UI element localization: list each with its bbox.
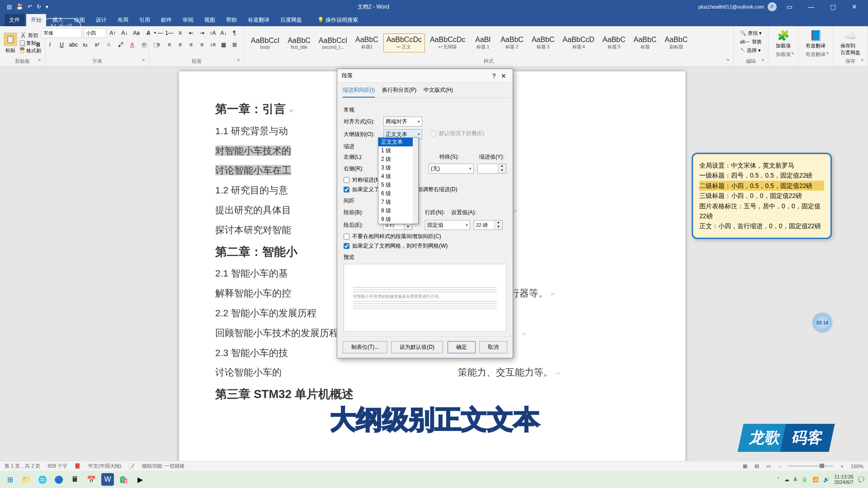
auto-right-indent-checkbox[interactable]: [344, 187, 349, 192]
justify-icon[interactable]: ≡: [186, 40, 196, 50]
mirror-indent-checkbox[interactable]: [344, 177, 349, 183]
status-page[interactable]: 第 1 页，共 2 页: [5, 463, 40, 469]
snap-grid-checkbox[interactable]: [344, 243, 349, 249]
dialog-help-icon[interactable]: ?: [491, 72, 498, 80]
align-right-icon[interactable]: ≡: [175, 40, 185, 50]
status-language[interactable]: 中文(中国大陆): [88, 463, 121, 469]
bold-icon[interactable]: B: [33, 40, 43, 50]
dropdown-option[interactable]: 9 级: [378, 215, 418, 224]
italic-icon[interactable]: I: [45, 40, 55, 50]
increase-indent-icon[interactable]: ⇥: [197, 28, 207, 38]
outline-level-dropdown[interactable]: 正文文本1 级2 级3 级4 级5 级6 级7 级8 级9 级: [378, 137, 419, 224]
dropdown-option[interactable]: 7 级: [378, 198, 418, 206]
style-item-0[interactable]: AaBbCcIbody: [248, 34, 283, 52]
autosave-icon[interactable]: ▤: [7, 4, 12, 10]
tab-view[interactable]: 视图: [200, 14, 220, 26]
special-indent-combo[interactable]: (无)▾: [429, 164, 474, 174]
tray-cloud-icon[interactable]: ☁: [784, 477, 789, 483]
text-effect-icon[interactable]: A: [104, 40, 114, 50]
font-color-icon[interactable]: A: [127, 40, 137, 50]
tab-youdao[interactable]: 有道翻译: [243, 14, 274, 26]
dialog-tab-asian[interactable]: 中文版式(H): [424, 86, 453, 98]
store-icon[interactable]: 🛍️: [118, 473, 130, 486]
find-button[interactable]: 🔍 查找 ▾: [740, 30, 762, 37]
save-icon[interactable]: 💾: [16, 4, 23, 10]
change-case-icon[interactable]: Aa: [132, 28, 142, 38]
borders-icon[interactable]: ⊞: [230, 40, 240, 50]
multilevel-icon[interactable]: ≡: [175, 28, 185, 38]
tabs-button[interactable]: 制表位(T)...: [343, 341, 387, 353]
set-default-button[interactable]: 设为默认值(D): [391, 341, 443, 353]
style-item-1[interactable]: AaBbCfirst_title: [284, 34, 314, 52]
close-button[interactable]: ✕: [845, 3, 863, 10]
bullets-icon[interactable]: • —: [154, 28, 164, 38]
numbering-icon[interactable]: 1—: [165, 28, 175, 38]
addin-button-1[interactable]: 🧩 加载项: [772, 28, 794, 51]
view-read-icon[interactable]: ▦: [743, 463, 747, 469]
decrease-indent-icon[interactable]: ⇤: [186, 28, 196, 38]
sort-icon[interactable]: A↓: [219, 28, 229, 38]
style-item-2[interactable]: AaBbCcIsecond_t...: [316, 34, 350, 52]
subscript-icon[interactable]: x₂: [80, 40, 90, 50]
app-icon[interactable]: ▶: [134, 473, 146, 486]
distribute-icon[interactable]: ≡: [197, 40, 207, 50]
asian-layout-icon[interactable]: ↕A: [208, 28, 218, 38]
alignment-combo[interactable]: 两端对齐▾: [383, 117, 422, 127]
align-center-icon[interactable]: ≡: [165, 40, 175, 50]
dropdown-option[interactable]: 2 级: [378, 155, 418, 164]
line-spacing-icon[interactable]: ↕≡: [208, 40, 218, 50]
phonetic-icon[interactable]: ㊥: [139, 40, 149, 50]
tray-chevron-icon[interactable]: ˄: [777, 477, 780, 483]
tab-review[interactable]: 审阅: [178, 14, 198, 26]
shading-icon[interactable]: ▦: [219, 40, 229, 50]
replace-button[interactable]: ab↔ 替换: [740, 38, 762, 45]
style-item-4[interactable]: AaBbCcDc↩ 正文: [383, 33, 425, 52]
show-marks-icon[interactable]: ¶: [230, 28, 240, 38]
style-item-5[interactable]: AaBbCcDc↩ 无间隔: [427, 33, 468, 52]
baidu-save-button[interactable]: ☁️ 保存到 百度网盘: [837, 28, 864, 58]
dropdown-option[interactable]: 3 级: [378, 164, 418, 172]
dropdown-option[interactable]: 6 级: [378, 189, 418, 198]
explorer-icon[interactable]: 📁: [20, 473, 33, 486]
zoom-slider[interactable]: [788, 465, 833, 467]
indent-value-spinner[interactable]: ▲▼: [477, 164, 506, 174]
account-email[interactable]: plus1health011@outlook.com: [698, 4, 764, 9]
view-web-icon[interactable]: ▭: [766, 463, 771, 469]
font-size-select[interactable]: [84, 28, 106, 38]
tab-help[interactable]: 帮助: [222, 14, 241, 26]
tab-mailings[interactable]: 邮件: [156, 14, 176, 26]
style-item-12[interactable]: AaBbC副标题: [661, 33, 691, 52]
select-button[interactable]: ↖ 选择 ▾: [741, 47, 761, 54]
tray-battery-icon[interactable]: 🔋: [802, 477, 808, 483]
no-extra-space-checkbox[interactable]: [344, 234, 349, 239]
dropdown-option[interactable]: 1 级: [378, 146, 418, 155]
status-words[interactable]: 828 个字: [47, 463, 67, 469]
style-item-11[interactable]: AaBbC标题: [631, 33, 660, 52]
zoom-in-icon[interactable]: +: [840, 464, 843, 469]
avatar[interactable]: P: [768, 2, 777, 11]
status-a11y[interactable]: 辅助功能: 一切就绪: [142, 463, 184, 469]
chrome-icon[interactable]: 🔵: [52, 473, 65, 486]
tab-references[interactable]: 引用: [135, 14, 155, 26]
paste-button[interactable]: 📋 粘贴: [4, 33, 17, 54]
tab-baidu[interactable]: 百度网盘: [276, 14, 307, 26]
ribbon-options-icon[interactable]: ▭: [780, 3, 798, 10]
ok-button[interactable]: 确定: [448, 341, 476, 353]
zoom-out-icon[interactable]: −: [778, 464, 781, 469]
word-icon[interactable]: W: [101, 473, 114, 486]
highlight-icon[interactable]: 🖍: [116, 40, 126, 50]
style-item-3[interactable]: AaBbC标题1: [352, 33, 382, 52]
align-left-icon[interactable]: ≡: [154, 40, 164, 50]
start-button[interactable]: ⊞: [4, 473, 16, 486]
dialog-tab-indent[interactable]: 缩进和间距(I): [343, 86, 375, 98]
redo-icon[interactable]: ↻: [37, 4, 41, 10]
view-print-icon[interactable]: ▤: [755, 463, 759, 469]
dropdown-option[interactable]: 正文文本: [378, 138, 418, 146]
shrink-font-icon[interactable]: A↓: [120, 28, 130, 38]
underline-icon[interactable]: U: [57, 40, 67, 50]
strike-icon[interactable]: abc: [69, 40, 79, 50]
tray-ime-icon[interactable]: Ä: [794, 477, 797, 482]
zoom-level[interactable]: 150%: [851, 464, 863, 469]
dropdown-option[interactable]: 4 级: [378, 172, 418, 181]
style-item-6[interactable]: AaBl标题 1: [470, 33, 495, 52]
